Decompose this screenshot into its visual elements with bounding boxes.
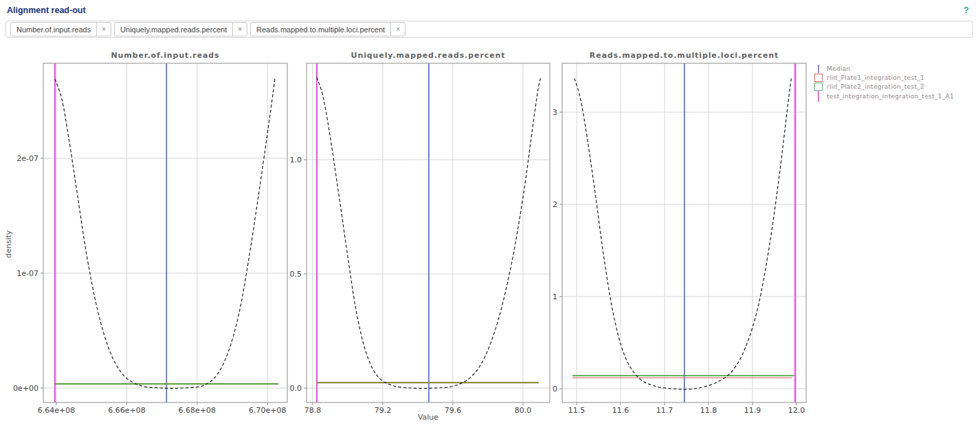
legend-label: rlid_Plate2_integration_test_2 bbox=[827, 83, 924, 90]
x-tick-label: 12.0 bbox=[788, 406, 805, 415]
x-tick-label: 6.70e+08 bbox=[249, 406, 286, 415]
x-tick-label: 11.5 bbox=[568, 406, 586, 415]
y-tick-label: 0e+00 bbox=[13, 384, 38, 393]
legend: Median rlid_Plate1_integration_test_1 rl… bbox=[813, 64, 954, 101]
sample-line-key-icon bbox=[813, 90, 823, 102]
plot-panel-2: 11.511.611.711.811.912.00123 bbox=[553, 63, 806, 415]
legend-item-median: Median bbox=[813, 64, 954, 73]
y-tick-label: 1.0 bbox=[290, 155, 302, 164]
y-axis-label: density bbox=[4, 208, 13, 258]
y-tick-label: 0.5 bbox=[290, 270, 302, 279]
x-tick-label: 11.8 bbox=[700, 406, 717, 415]
panel-border bbox=[43, 63, 287, 402]
panel-border bbox=[307, 63, 550, 402]
x-tick-label: 11.6 bbox=[612, 406, 630, 415]
y-tick-label: 3 bbox=[553, 108, 557, 117]
y-tick-label: 0 bbox=[553, 385, 557, 394]
x-tick-label: 6.68e+08 bbox=[179, 406, 216, 415]
density-curve bbox=[575, 78, 791, 389]
median-line-key-icon bbox=[813, 65, 823, 73]
plot-title-uniquely-mapped-reads-percent: Uniquely.mapped.reads.percent bbox=[307, 51, 550, 61]
legend-item-plate1: rlid_Plate1_integration_test_1 bbox=[813, 73, 954, 82]
plot-title-number-of-input-reads: Number.of.input.reads bbox=[43, 51, 287, 61]
y-tick-label: 2 bbox=[553, 200, 557, 209]
legend-label: Median bbox=[827, 65, 851, 72]
y-tick-label: 2e-07 bbox=[16, 154, 38, 163]
legend-item-plate2: rlid_Plate2_integration_test_2 bbox=[813, 83, 954, 92]
x-tick-label: 11.9 bbox=[744, 406, 761, 415]
x-tick-label: 11.7 bbox=[656, 406, 673, 415]
y-tick-label: 1e-07 bbox=[16, 269, 38, 278]
plot-panel-1: 78.879.279.680.00.00.51.0 bbox=[290, 63, 550, 415]
density-curve bbox=[55, 78, 275, 388]
x-axis-label: Value bbox=[307, 413, 550, 422]
plot-title-reads-mapped-to-multiple-loci-percent: Reads.mapped.to.multiple.loci.percent bbox=[562, 51, 806, 61]
x-tick-label: 6.64e+08 bbox=[38, 406, 75, 415]
alignment-readout-page: Alignment read-out ? Number.of.input.rea… bbox=[0, 0, 980, 430]
y-tick-label: 1 bbox=[553, 292, 557, 301]
x-tick-label: 6.66e+08 bbox=[108, 406, 145, 415]
plate1-box-key-icon bbox=[813, 74, 823, 82]
legend-label: rlid_Plate1_integration_test_1 bbox=[827, 74, 924, 81]
plot-panel-0: 6.64e+086.66e+086.68e+086.70e+080e+001e-… bbox=[13, 63, 287, 415]
legend-item-test-sample: test_integration_integration_test_1_A1 bbox=[813, 92, 954, 100]
legend-label: test_integration_integration_test_1_A1 bbox=[827, 93, 954, 100]
y-tick-label: 0.0 bbox=[290, 384, 302, 393]
